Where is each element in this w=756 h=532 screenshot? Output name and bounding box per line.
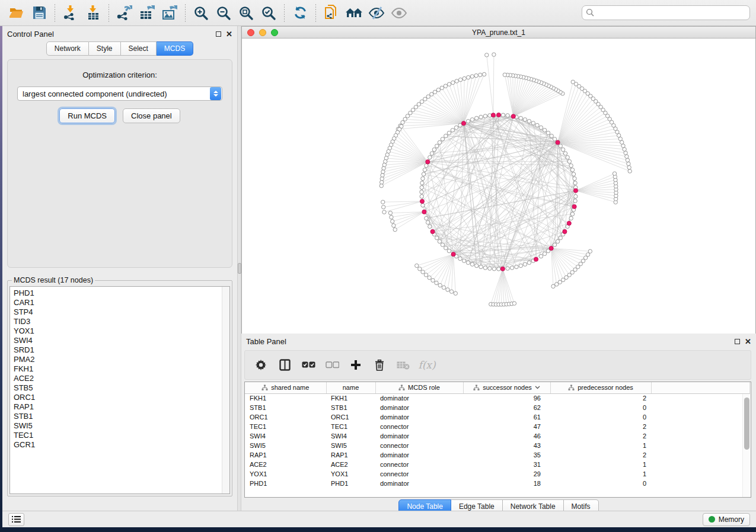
cell-MCDS-role[interactable]: connector <box>375 469 463 479</box>
table-row[interactable]: TEC1TEC1connector472 <box>245 422 750 431</box>
cell-shared-name[interactable]: RAP1 <box>245 450 326 460</box>
open-folder-button[interactable] <box>6 2 27 24</box>
close-panel-icon[interactable]: ✕ <box>745 339 751 344</box>
task-history-button[interactable] <box>8 513 24 526</box>
cell-name[interactable]: ACE2 <box>326 460 375 469</box>
mcds-result-item[interactable]: FKH1 <box>14 364 229 374</box>
cell-name[interactable]: STB1 <box>326 403 375 412</box>
table-row[interactable]: STB1STB1dominator620 <box>245 403 750 412</box>
table-row[interactable]: RAP1RAP1dominator352 <box>245 450 750 460</box>
column-header-name[interactable]: name <box>326 382 375 393</box>
cell-MCDS-role[interactable]: connector <box>375 460 463 469</box>
tab-mcds[interactable]: MCDS <box>157 41 193 56</box>
cell-shared-name[interactable]: TEC1 <box>245 422 326 431</box>
tab-network[interactable]: Network <box>46 41 89 56</box>
table-settings-button[interactable] <box>253 357 269 373</box>
cell-name[interactable]: RAP1 <box>326 450 375 460</box>
cell-MCDS-role[interactable]: connector <box>375 441 463 450</box>
cell-shared-name[interactable]: FKH1 <box>245 393 326 403</box>
zoom-in-button[interactable] <box>190 2 212 24</box>
network-canvas[interactable] <box>242 39 755 334</box>
mcds-result-item[interactable]: PHD1 <box>14 289 229 298</box>
float-panel-icon[interactable] <box>735 339 740 344</box>
mcds-result-item[interactable]: TEC1 <box>14 431 229 440</box>
column-header-shared-name[interactable]: shared name <box>245 382 326 393</box>
function-builder-button[interactable]: f(x) <box>419 357 435 373</box>
delete-column-button[interactable] <box>372 357 387 373</box>
eye-slash-button[interactable] <box>366 2 387 24</box>
float-panel-icon[interactable] <box>216 31 221 37</box>
houses-button[interactable] <box>343 2 365 24</box>
column-header-successor-nodes[interactable]: successor nodes <box>463 382 550 393</box>
column-header-MCDS-role[interactable]: MCDS role <box>375 382 463 393</box>
cell-predecessor-nodes[interactable]: 2 <box>550 431 651 441</box>
cell-MCDS-role[interactable]: connector <box>375 422 463 431</box>
cell-successor-nodes[interactable]: 18 <box>463 479 550 488</box>
add-column-button[interactable] <box>348 357 363 373</box>
cell-shared-name[interactable]: SWI5 <box>245 441 326 450</box>
cell-shared-name[interactable]: STB1 <box>245 403 326 412</box>
cell-successor-nodes[interactable]: 47 <box>463 422 550 431</box>
criterion-select[interactable]: largest connected component (undirected) <box>17 86 222 101</box>
cell-shared-name[interactable]: ACE2 <box>245 460 326 469</box>
export-image-button[interactable] <box>159 2 180 24</box>
cell-MCDS-role[interactable]: dominator <box>375 393 463 403</box>
cell-shared-name[interactable]: YOX1 <box>245 469 326 479</box>
import-network-button[interactable] <box>60 2 81 24</box>
zoom-fit-button[interactable] <box>235 2 257 24</box>
cell-MCDS-role[interactable]: dominator <box>375 431 463 441</box>
cell-predecessor-nodes[interactable]: 0 <box>550 479 651 488</box>
cell-predecessor-nodes[interactable]: 0 <box>550 403 651 412</box>
cell-successor-nodes[interactable]: 35 <box>463 450 550 460</box>
memory-button[interactable]: Memory <box>703 513 750 526</box>
cell-predecessor-nodes[interactable]: 2 <box>550 393 651 403</box>
mcds-result-item[interactable]: STB5 <box>14 383 229 393</box>
cell-MCDS-role[interactable]: dominator <box>375 450 463 460</box>
cell-MCDS-role[interactable]: dominator <box>375 412 463 422</box>
zoom-selected-button[interactable] <box>258 2 279 24</box>
cell-successor-nodes[interactable]: 62 <box>463 403 550 412</box>
run-mcds-button[interactable]: Run MCDS <box>59 108 115 123</box>
cell-predecessor-nodes[interactable]: 0 <box>550 412 651 422</box>
mcds-result-item[interactable]: SWI4 <box>14 336 229 345</box>
cell-MCDS-role[interactable]: dominator <box>375 479 463 488</box>
panel-splitter[interactable] <box>237 26 241 511</box>
import-table-button[interactable] <box>82 2 104 24</box>
mcds-result-item[interactable]: ORC1 <box>14 393 229 402</box>
select-all-button[interactable] <box>301 357 316 373</box>
cell-shared-name[interactable]: ORC1 <box>245 412 326 422</box>
export-table-button[interactable] <box>136 2 158 24</box>
cell-successor-nodes[interactable]: 96 <box>463 393 550 403</box>
mcds-result-item[interactable]: STP4 <box>14 307 229 317</box>
table-row[interactable]: ACE2ACE2connector311 <box>245 460 750 469</box>
network-window-titlebar[interactable]: YPA_prune.txt_1 <box>242 27 755 39</box>
cell-predecessor-nodes[interactable]: 1 <box>550 469 651 479</box>
zoom-out-button[interactable] <box>213 2 234 24</box>
cell-name[interactable]: SWI5 <box>326 441 375 450</box>
table-row[interactable]: ORC1ORC1dominator610 <box>245 412 750 422</box>
close-panel-icon[interactable]: ✕ <box>226 31 232 37</box>
mcds-result-item[interactable]: PMA2 <box>14 355 229 364</box>
mcds-result-item[interactable]: SRD1 <box>14 345 229 355</box>
mcds-result-item[interactable]: GCR1 <box>14 440 229 450</box>
mcds-result-item[interactable]: STB1 <box>14 412 229 421</box>
cell-predecessor-nodes[interactable]: 2 <box>550 450 651 460</box>
close-panel-button[interactable]: Close panel <box>123 108 180 123</box>
table-row[interactable]: SWI4SWI4dominator462 <box>245 431 750 441</box>
toggle-columns-button[interactable] <box>277 357 292 373</box>
cell-name[interactable]: YOX1 <box>326 469 375 479</box>
mcds-result-item[interactable]: YOX1 <box>14 326 229 336</box>
table-row[interactable]: YOX1YOX1connector291 <box>245 469 750 479</box>
cell-predecessor-nodes[interactable]: 2 <box>550 422 651 431</box>
cell-name[interactable]: SWI4 <box>326 431 375 441</box>
table-scrollbar-thumb[interactable] <box>744 398 749 450</box>
cell-name[interactable]: ORC1 <box>326 412 375 422</box>
deselect-all-button[interactable] <box>324 357 340 373</box>
cell-successor-nodes[interactable]: 31 <box>463 460 550 469</box>
cell-predecessor-nodes[interactable]: 1 <box>550 460 651 469</box>
splitter-grip-icon[interactable] <box>238 263 241 274</box>
cell-name[interactable]: FKH1 <box>326 393 375 403</box>
table-row[interactable]: FKH1FKH1dominator962 <box>245 393 750 403</box>
save-button[interactable] <box>28 2 50 24</box>
table-row[interactable]: SWI5SWI5connector431 <box>245 441 750 450</box>
